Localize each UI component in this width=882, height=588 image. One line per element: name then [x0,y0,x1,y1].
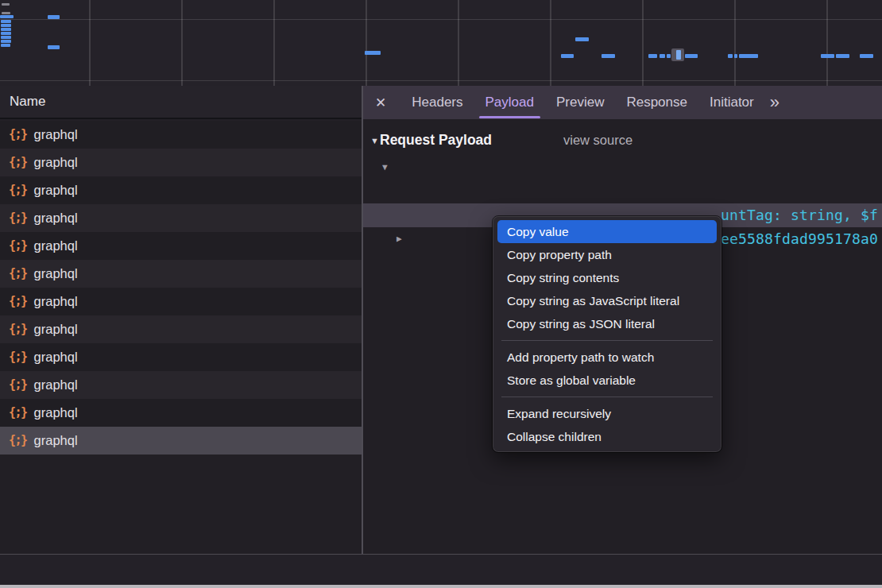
tab-overflow-icon[interactable]: » [770,86,779,119]
detail-tabs: HeadersPayloadPreviewResponseInitiator [400,86,764,119]
view-source-link[interactable]: view source [563,133,632,148]
section-expanded-icon[interactable]: ▼ [370,136,379,145]
json-icon: {;} [9,427,27,455]
request-timing-bar [1,24,11,27]
request-timing-bar [48,15,60,19]
menu-item[interactable]: Expand recursively [497,402,717,425]
menu-item[interactable]: Store as global variable [497,369,717,392]
overview-gray [2,12,10,14]
overview-marker-bar [676,50,681,60]
request-timing-bar [1,28,11,31]
request-timing-bar [739,54,758,58]
overview-gridline [550,0,551,86]
close-icon[interactable]: ✕ [375,95,386,111]
overview-gridline [89,0,91,86]
request-name: graphql [34,121,78,149]
overview-gridline [458,0,459,86]
request-timing-bar [728,54,733,58]
request-timing-bar [1,44,10,47]
overview-gridline [273,0,275,86]
request-row[interactable]: {;}graphql [0,427,362,455]
column-header-name[interactable]: Name [0,86,362,119]
tab-initiator[interactable]: Initiator [698,86,765,119]
request-row[interactable]: {;}graphql [0,315,362,343]
request-name: graphql [34,399,78,427]
request-timing-bar [821,54,834,58]
json-icon: {;} [9,176,27,204]
menu-item[interactable]: Copy property path [497,243,717,266]
property-value-right-fragment: untTag: string, $f [721,203,878,227]
overview-gridline [181,0,183,86]
request-name: graphql [34,371,78,399]
json-icon: {;} [9,121,27,149]
request-row[interactable]: {;}graphql [0,260,362,288]
menu-item[interactable]: Copy string as JavaScript literal [497,289,717,312]
request-payload-section-header[interactable]: ▼ Request Payload view source [362,130,882,156]
menu-separator [501,340,713,341]
window-bottom-edge [0,585,882,588]
request-row[interactable]: {;}graphql [0,176,362,204]
expanded-icon[interactable]: ▼ [382,156,388,180]
menu-item[interactable]: Copy string as JSON literal [497,312,717,335]
json-icon: {;} [9,288,27,315]
json-icon: {;} [9,343,27,371]
menu-item[interactable]: Add property path to watch [497,346,717,369]
menu-separator [501,397,713,397]
request-row[interactable]: {;}graphql [0,371,362,399]
request-timing-bar [1,36,11,39]
request-timing-bar [1,40,11,43]
tab-preview[interactable]: Preview [545,86,615,119]
panel-split-divider[interactable] [362,86,363,585]
request-timing-bar [734,54,737,58]
request-list-empty-area [0,455,362,554]
request-row[interactable]: {;}graphql [0,343,362,371]
request-name: graphql [34,343,78,371]
menu-item[interactable]: Collapse children [497,425,717,448]
request-timing-bar [602,54,615,58]
request-timing-bar [0,15,14,18]
request-timing-bar [48,45,60,49]
request-name: graphql [34,315,78,343]
request-name: graphql [34,260,78,288]
request-row[interactable]: {;}graphql [0,288,362,315]
collapsed-icon[interactable]: ▶ [397,227,402,251]
overview-gridline [366,0,367,86]
summary-footer [0,555,882,585]
menu-item[interactable]: Copy string contents [497,266,717,289]
request-row[interactable]: {;}graphql [0,149,362,176]
devtools-network-panel: Name {;}graphql{;}graphql{;}graphql{;}gr… [0,0,882,588]
request-timing-bar [860,54,873,58]
tab-headers[interactable]: Headers [400,86,474,119]
menu-item[interactable]: Copy value [497,220,717,243]
request-timing-bar [836,54,849,58]
request-timing-bar [648,54,657,58]
overview-gridline [0,19,882,20]
request-name: graphql [34,204,78,232]
request-timing-bar [365,51,381,55]
request-timing-bar [660,54,665,58]
network-overview-timeline[interactable] [0,0,882,86]
json-icon: {;} [9,149,27,176]
overview-gridline [642,0,644,86]
detail-tabbar: ✕ HeadersPayloadPreviewResponseInitiator… [362,86,882,119]
request-name: graphql [34,149,78,176]
overview-gridline [734,0,736,86]
request-row[interactable]: {;}graphql [0,204,362,232]
json-icon: {;} [9,371,27,399]
overview-gray [2,3,10,6]
tab-response[interactable]: Response [615,86,698,119]
payload-object-preview-row[interactable]: ▼{operationName: "ipFlowTimeseries", var… [362,156,882,180]
request-name: graphql [34,288,78,315]
json-icon: {;} [9,232,27,260]
request-row[interactable]: {;}graphql [0,232,362,260]
request-timing-bar [1,32,11,35]
context-menu: Copy valueCopy property pathCopy string … [493,216,721,452]
request-row[interactable]: {;}graphql [0,121,362,149]
request-name: graphql [34,232,78,260]
json-icon: {;} [9,315,27,343]
request-row[interactable]: {;}graphql [0,399,362,427]
property-value-right-fragment: ee5588fdad995178a0 [721,227,878,251]
payload-row-operationName[interactable]: operationName: "ipFlowTimeseries" [362,180,882,203]
tab-payload[interactable]: Payload [474,86,545,119]
request-timing-bar [561,54,574,58]
